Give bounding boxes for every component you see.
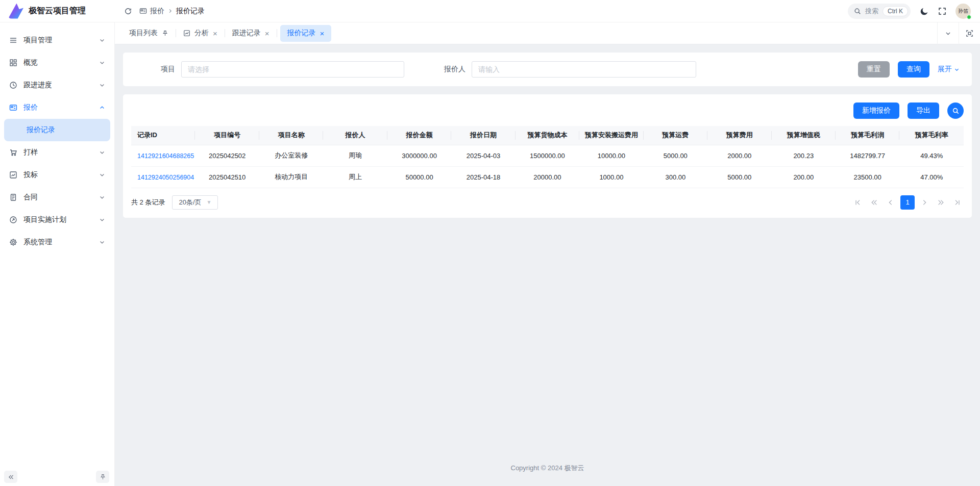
dark-mode-toggle[interactable] [920, 7, 929, 16]
tab-project-list[interactable]: 项目列表 [122, 22, 176, 44]
expand-toggle[interactable]: 展开 [938, 65, 960, 74]
compass-icon [9, 216, 17, 224]
project-name-cell: 核动力项目 [259, 166, 323, 188]
tab-list-dropdown-icon[interactable] [937, 22, 959, 44]
quote-amount-cell: 50000.00 [387, 166, 451, 188]
record-id-link[interactable]: 1412921604688265 [137, 152, 194, 160]
column-header[interactable]: 项目编号 [195, 126, 259, 145]
tab-label: 分析 [194, 29, 209, 38]
gross-margin-cell: 47.00% [899, 166, 964, 188]
goods-cost-cell: 20000.00 [516, 166, 579, 188]
column-header[interactable]: 报价日期 [451, 126, 515, 145]
gross-profit-cell: 1482799.77 [836, 145, 899, 166]
column-header[interactable]: 记录ID [131, 126, 195, 145]
sidebar-item-system-management[interactable]: 系统管理 [0, 231, 114, 253]
breadcrumb-section[interactable]: 报价 [150, 7, 164, 16]
filter-actions: 重置 查询 展开 [858, 61, 960, 78]
close-icon[interactable]: × [213, 30, 217, 37]
tabbar-tools [937, 22, 980, 44]
tab-analysis[interactable]: 分析 × [176, 22, 225, 44]
last-page-button[interactable] [950, 196, 964, 209]
previous-page-button[interactable] [884, 196, 897, 209]
sidebar-item-bidding[interactable]: 投标 [0, 164, 114, 186]
project-select-input[interactable] [181, 61, 404, 78]
vat-cell: 200.00 [772, 166, 836, 188]
tab-follow-records[interactable]: 跟进记录 × [225, 22, 277, 44]
page-size-select[interactable]: 20条/页 ▼ [172, 195, 218, 210]
close-icon[interactable]: × [320, 30, 325, 37]
add-quotation-button[interactable]: 新增报价 [853, 103, 899, 119]
sidebar-item-contract[interactable]: 合同 [0, 186, 114, 209]
reset-button[interactable]: 重置 [858, 61, 890, 78]
quotation-table: 记录ID 项目编号 项目名称 报价人 报价金额 报价日期 预算货物成本 预算安装… [131, 126, 964, 188]
fullscreen-icon[interactable] [938, 7, 946, 15]
cart-icon [9, 148, 17, 157]
quoter-cell: 周上 [323, 166, 387, 188]
global-search[interactable]: 搜索 Ctrl K [848, 4, 911, 19]
sidebar-item-project-management[interactable]: 项目管理 [0, 29, 114, 52]
sidebar-item-label: 打样 [23, 148, 93, 157]
analysis-chart-icon [183, 30, 190, 37]
close-icon[interactable]: × [265, 30, 270, 37]
quoter-input[interactable] [472, 61, 696, 78]
chevron-down-icon [99, 82, 105, 88]
column-header[interactable]: 预算安装搬运费用 [579, 126, 643, 145]
record-id-link[interactable]: 1412924050256904 [137, 174, 194, 181]
refresh-icon[interactable] [124, 7, 132, 15]
first-page-button[interactable] [851, 196, 865, 209]
current-page-button[interactable]: 1 [900, 195, 915, 210]
sidebar-item-label: 投标 [23, 170, 93, 180]
content-maximize-icon[interactable] [959, 22, 980, 44]
freight-cell: 5000.00 [644, 145, 707, 166]
sidebar-item-follow-progress[interactable]: 跟进进度 [0, 74, 114, 96]
export-button[interactable]: 导出 [908, 103, 939, 119]
page-size-value: 20条/页 [179, 198, 201, 207]
chevron-down-icon [99, 194, 105, 200]
sidebar-item-quotation[interactable]: 报价 [0, 96, 114, 119]
total-records-text: 共 2 条记录 [131, 198, 165, 207]
tab-quotation-records[interactable]: 报价记录 × [280, 25, 332, 42]
column-header[interactable]: 报价人 [323, 126, 387, 145]
column-header[interactable]: 项目名称 [259, 126, 323, 145]
record-id-cell: 1412921604688265 [131, 145, 195, 166]
column-header[interactable]: 预算毛利率 [899, 126, 964, 145]
column-header[interactable]: 预算费用 [707, 126, 771, 145]
sidebar-subitem-quotation-records[interactable]: 报价记录 [4, 119, 110, 141]
column-header[interactable]: 预算毛利润 [836, 126, 899, 145]
sidebar-item-overview[interactable]: 概览 [0, 52, 114, 74]
grid-icon [9, 59, 17, 67]
install-cost-cell: 10000.00 [579, 145, 643, 166]
chevron-down-icon [99, 60, 105, 66]
sidebar-item-label: 合同 [23, 193, 93, 202]
search-shortcut-badge: Ctrl K [883, 6, 908, 16]
quote-date-cell: 2025-04-18 [451, 166, 515, 188]
next-page-button[interactable] [918, 196, 931, 209]
table-search-button[interactable] [947, 103, 964, 119]
column-header[interactable]: 预算货物成本 [516, 126, 579, 145]
user-avatar[interactable]: 孙笛 [955, 4, 971, 19]
expense-cell: 5000.00 [707, 166, 771, 188]
collapse-sidebar-button[interactable] [4, 471, 17, 483]
app-title: 极智云项目管理 [29, 6, 86, 16]
pin-sidebar-icon[interactable] [96, 471, 109, 483]
pin-icon[interactable] [162, 30, 168, 37]
column-header[interactable]: 预算增值税 [772, 126, 836, 145]
sidebar-item-label: 概览 [23, 58, 93, 67]
table-footer: 共 2 条记录 20条/页 ▼ [131, 195, 964, 210]
quoter-filter-label: 报价人 [444, 65, 465, 74]
query-button[interactable]: 查询 [898, 61, 929, 78]
sidebar-item-implementation-plan[interactable]: 项目实施计划 [0, 209, 114, 231]
chevron-down-icon [954, 67, 960, 72]
sidebar: 项目管理 概览 跟进进度 [0, 22, 115, 486]
column-header[interactable]: 报价金额 [387, 126, 451, 145]
fast-forward-button[interactable] [934, 196, 947, 209]
record-id-cell: 1412924050256904 [131, 166, 195, 188]
sidebar-item-label: 项目实施计划 [23, 215, 93, 224]
tab-label: 报价记录 [287, 29, 316, 38]
fast-backward-button[interactable] [868, 196, 881, 209]
sidebar-item-sampling[interactable]: 打样 [0, 141, 114, 164]
online-status-dot [967, 15, 971, 19]
tab-divider [277, 29, 277, 37]
header-right: 搜索 Ctrl K 孙笛 [848, 4, 971, 19]
column-header[interactable]: 预算运费 [644, 126, 707, 145]
